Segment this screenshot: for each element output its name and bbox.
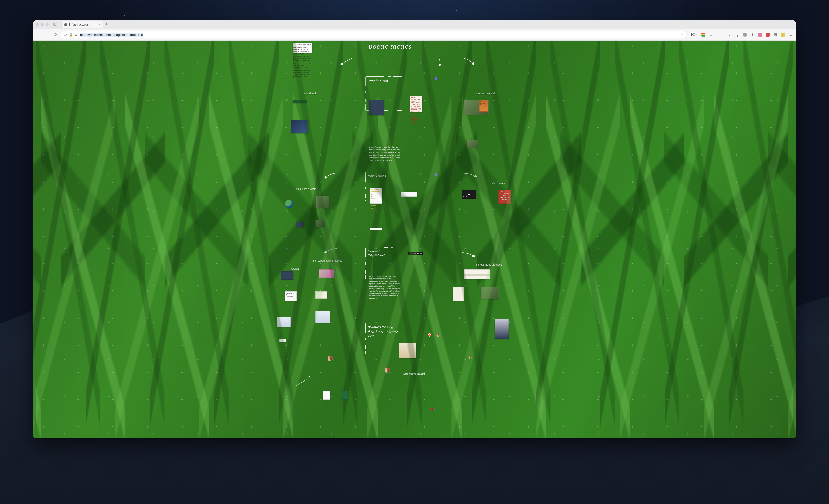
- reader-view-icon[interactable]: ▤: [680, 33, 683, 37]
- maint-line5: of: [371, 196, 372, 197]
- deep-listening-box: deep listening: [365, 76, 402, 110]
- back-button[interactable]: ←: [36, 32, 41, 37]
- slowness-box: slowness thinking, slow doing… slowing d…: [365, 323, 402, 354]
- choreo-table-photo[interactable]: [495, 319, 508, 339]
- app-menu-icon[interactable]: ≡: [788, 32, 793, 37]
- url-text: https://aleesteele.mmm.page/infrastructu…: [80, 33, 678, 37]
- map-europe-2[interactable]: [315, 311, 330, 323]
- networks-of-ny-book[interactable]: Networks of New York: [479, 100, 488, 112]
- page-title-script: poetic tactics: [369, 42, 411, 50]
- extension-red-icon[interactable]: [766, 33, 769, 37]
- browser-toolbar: ← → ⟳ 🛡︎ 🔒 ⚙︎ https://aleesteele.mmm.pag…: [33, 29, 796, 41]
- slowness-book[interactable]: [399, 343, 417, 358]
- guardian-label: The Guardian: [463, 196, 472, 198]
- snail-icon: 🐌: [327, 355, 333, 361]
- carto-img-1[interactable]: [281, 271, 293, 280]
- tab-close-icon[interactable]: ×: [99, 23, 101, 26]
- intro-quote-card[interactable]: "Our strategy, then, poetry, is not in n…: [292, 43, 312, 53]
- sidebar-toggle-button[interactable]: [52, 22, 58, 27]
- pocket-icon[interactable]: ⌄: [727, 32, 731, 37]
- maint-line6: Care: [371, 198, 374, 199]
- mushroom-icon: 🍄: [427, 333, 432, 337]
- cluster-label-choreographic: choreographic practices: [476, 263, 502, 266]
- cluster-label-smallness: smallness & scale: [296, 188, 316, 190]
- smallness-photo[interactable]: [315, 196, 329, 208]
- info-maintenance-card[interactable]: Information Maintenance as a Practice of…: [370, 188, 382, 203]
- bookmark-star-icon[interactable]: ☆: [709, 32, 713, 37]
- globe-icon[interactable]: [285, 200, 293, 208]
- maintenance-box: maintenance: [365, 172, 402, 201]
- extensions-puzzle-icon[interactable]: ⊞: [773, 32, 778, 37]
- slow-computing-card-2[interactable]: [342, 391, 349, 400]
- cluster-label-infra-walks: infrastructure walks: [476, 92, 497, 95]
- extension-asterisk-icon[interactable]: ✻: [750, 32, 755, 37]
- shield-icon[interactable]: 🛡︎: [64, 33, 67, 37]
- smallness-photo-2[interactable]: [296, 222, 303, 227]
- maint-line11: Share: [371, 208, 375, 210]
- palestine-open-maps-card[interactable]: Welcome to Palestine Open Maps: [285, 291, 297, 301]
- smallness-photo-3[interactable]: [315, 220, 325, 227]
- browser-tab-active[interactable]: infrastructures ×: [61, 21, 103, 28]
- slowness-subtitle: living with the seasons: [403, 373, 425, 375]
- url-bar[interactable]: 🛡︎ 🔒 ⚙︎ https://aleesteele.mmm.page/infr…: [61, 31, 686, 38]
- maint-line4: Practice: [371, 194, 377, 196]
- counter-map-quote: "the map is not the territory" / The map…: [369, 275, 401, 300]
- arrow-icon: [460, 172, 478, 178]
- deep-listening-image[interactable]: [369, 100, 384, 115]
- maint-line1: Information: [371, 189, 380, 190]
- atlas-of-maps-chip[interactable]: atlas of maps: [408, 251, 423, 255]
- ruins-video[interactable]: ▶ The Guardian: [462, 190, 476, 199]
- permissions-icon[interactable]: ⚙︎: [75, 33, 78, 37]
- minimize-window-icon[interactable]: [41, 23, 43, 26]
- extension-yellow-icon[interactable]: [781, 33, 785, 37]
- forward-button[interactable]: →: [44, 32, 49, 37]
- maint-line3: as a: [371, 192, 374, 194]
- snail-icon: 🐌: [468, 355, 472, 359]
- snail-icon: 🐌: [436, 333, 440, 337]
- arrow-icon: [323, 247, 338, 254]
- sound-walks-image[interactable]: [291, 120, 308, 133]
- tab-favicon-icon: [64, 23, 67, 26]
- maint-line8: to: [371, 203, 372, 204]
- extension-stripe-icon[interactable]: [701, 33, 705, 37]
- extension-pink-icon[interactable]: [758, 33, 762, 37]
- account-avatar-icon[interactable]: [743, 33, 747, 37]
- zoom-level-chip[interactable]: 30%: [689, 32, 698, 37]
- arrow-icon: [437, 56, 449, 66]
- new-tab-button[interactable]: +: [105, 22, 108, 27]
- ruins-poster[interactable]: WE ARE NOT IN THE LEAST AFRAID OF RUINS: [498, 190, 511, 203]
- tab-bar: infrastructures × + ⌄: [33, 20, 796, 29]
- close-window-icon[interactable]: [36, 23, 39, 26]
- reload-button[interactable]: ⟳: [53, 32, 58, 37]
- arrow-icon: [323, 172, 338, 179]
- choreo-score[interactable]: [464, 269, 490, 279]
- maint-line10: and: [371, 206, 374, 208]
- map-pin-icon: [434, 172, 438, 177]
- maintenance-title: maintenance: [368, 174, 399, 178]
- window-controls[interactable]: [36, 23, 48, 26]
- downloads-icon[interactable]: ⭳: [735, 32, 740, 37]
- maintenance-link-card[interactable]: [401, 192, 417, 197]
- ruins-poster-text: WE ARE NOT IN THE LEAST AFRAID OF RUINS: [500, 191, 509, 200]
- choreo-photo[interactable]: [481, 287, 499, 300]
- infra-walks-photo[interactable]: [464, 100, 489, 115]
- maintenance-tweet[interactable]: [370, 228, 382, 230]
- page-viewport[interactable]: poetic tactics "Our strategy, then, poet…: [33, 41, 796, 439]
- choreo-sketch[interactable]: [453, 287, 464, 301]
- map-europe-1[interactable]: [277, 317, 291, 327]
- slow-computing-card-1[interactable]: [323, 391, 330, 400]
- carto-sketch[interactable]: [315, 291, 327, 299]
- sound-walks-chip[interactable]: [292, 100, 307, 103]
- cluster-label-ruins: ruins & repair: [491, 182, 505, 185]
- deep-listening-title: deep listening: [368, 78, 399, 82]
- lock-icon[interactable]: 🔒: [69, 33, 73, 37]
- sonic-meditations-card[interactable]: SONIC MEDITATIONS BEFORE READING THIS PU…: [410, 96, 423, 112]
- sonic-meditations-title: SONIC MEDITATIONS: [411, 97, 420, 101]
- arrow-icon: [460, 56, 475, 66]
- infra-walks-photo-2[interactable]: [466, 140, 478, 148]
- tabs-dropdown-icon[interactable]: ⌄: [790, 23, 793, 26]
- zoom-window-icon[interactable]: [45, 23, 48, 26]
- carto-caption[interactable]: [279, 339, 286, 342]
- networks-of-ny-title: Networks of New York: [480, 101, 486, 106]
- carto-img-2[interactable]: [319, 269, 334, 278]
